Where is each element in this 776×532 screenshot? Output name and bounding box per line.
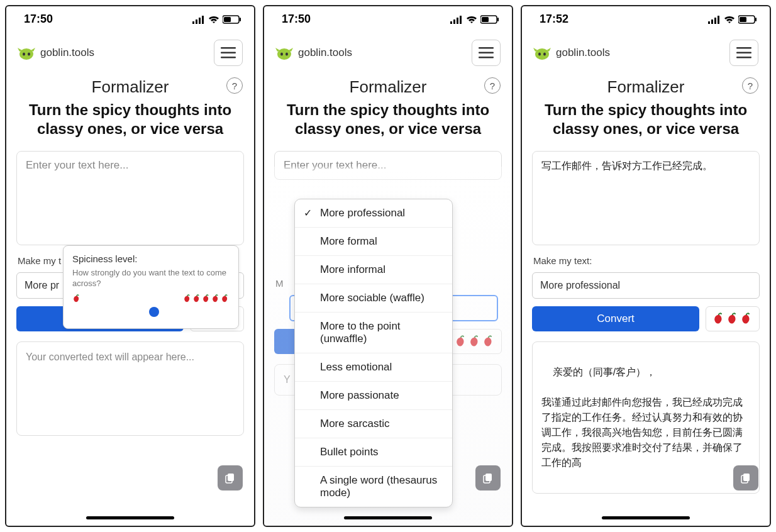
copy-icon <box>482 472 494 484</box>
svg-rect-14 <box>228 474 234 481</box>
svg-point-40 <box>543 53 546 56</box>
title-row: Formalizer ? <box>264 72 512 98</box>
output-value: 亲爱的（同事/客户）， 我谨通过此封邮件向您报告，我已经成功完成了指定的工作任务… <box>541 367 743 468</box>
svg-rect-22 <box>497 18 499 21</box>
status-indicators <box>708 15 757 24</box>
brand[interactable]: goblin.tools <box>275 45 352 60</box>
copy-icon <box>740 472 751 484</box>
goblin-logo-icon <box>275 45 293 60</box>
wifi-icon <box>208 15 219 24</box>
hamburger-icon <box>736 47 751 58</box>
dropdown-option-more-professional[interactable]: ✓More professional <box>295 199 452 228</box>
menu-button[interactable] <box>472 40 501 66</box>
svg-rect-12 <box>221 52 236 54</box>
style-select[interactable]: More professional <box>532 272 760 299</box>
copy-button[interactable] <box>733 465 758 490</box>
dropdown-option-less-emotional[interactable]: Less emotional <box>295 353 452 382</box>
svg-point-39 <box>538 53 541 56</box>
slider-thumb[interactable] <box>149 307 159 317</box>
dropdown-option-more-sarcastic[interactable]: More sarcastic <box>295 410 452 438</box>
input-placeholder: Enter your text here... <box>26 159 128 171</box>
chili-icon <box>740 313 753 325</box>
svg-rect-5 <box>224 17 231 22</box>
input-textarea[interactable]: 写工作邮件，告诉对方工作已经完成。 <box>532 151 760 245</box>
status-time: 17:52 <box>540 13 568 26</box>
output-textarea: 亲爱的（同事/客户）， 我谨通过此封邮件向您报告，我已经成功完成了指定的工作任务… <box>532 341 760 494</box>
dropdown-option-more-to-the-point[interactable]: More to the point (unwaffle) <box>295 313 452 353</box>
dropdown-option-bullet-points[interactable]: Bullet points <box>295 438 452 467</box>
svg-rect-17 <box>453 19 455 24</box>
hamburger-icon <box>221 47 236 58</box>
input-textarea[interactable]: Enter your text here... <box>274 151 502 180</box>
svg-point-24 <box>280 53 283 56</box>
svg-rect-0 <box>192 21 194 24</box>
spiciness-slider[interactable] <box>72 307 230 318</box>
brand-row: goblin.tools <box>6 28 254 72</box>
chili-icon <box>482 335 495 348</box>
wifi-icon <box>724 15 735 24</box>
wifi-icon <box>466 15 477 24</box>
svg-rect-31 <box>708 21 710 24</box>
page-title: Formalizer <box>350 77 427 97</box>
help-button[interactable]: ? <box>226 77 243 94</box>
home-indicator[interactable] <box>86 516 174 519</box>
spiciness-indicator[interactable] <box>448 329 502 354</box>
copy-button[interactable] <box>475 465 501 490</box>
title-row: Formalizer ? <box>522 72 770 98</box>
svg-rect-33 <box>714 18 716 24</box>
copy-icon <box>224 472 236 484</box>
brand[interactable]: goblin.tools <box>18 45 94 60</box>
help-button[interactable]: ? <box>742 77 758 94</box>
brand-row: goblin.tools <box>522 28 770 72</box>
spiciness-indicator[interactable] <box>706 306 760 331</box>
svg-rect-26 <box>479 47 494 49</box>
svg-rect-2 <box>199 18 201 24</box>
brand-name: goblin.tools <box>556 47 610 59</box>
status-bar: 17:50 <box>264 6 512 28</box>
battery-icon <box>738 15 757 24</box>
check-icon: ✓ <box>304 207 312 219</box>
input-placeholder: Enter your text here... <box>284 159 386 171</box>
output-placeholder: Your converted text will appear here... <box>26 352 194 362</box>
make-label: Make my text: <box>533 255 758 266</box>
input-textarea[interactable]: Enter your text here... <box>16 151 244 245</box>
svg-rect-44 <box>743 474 750 481</box>
copy-button[interactable] <box>218 465 243 490</box>
dropdown-option-more-passionate[interactable]: More passionate <box>295 382 452 410</box>
help-button[interactable]: ? <box>484 77 501 94</box>
svg-rect-1 <box>196 19 197 24</box>
dropdown-option-more-informal[interactable]: More informal <box>295 256 452 284</box>
svg-rect-3 <box>202 16 204 24</box>
svg-rect-34 <box>718 16 719 24</box>
dropdown-option-more-sociable[interactable]: More sociable (waffle) <box>295 284 452 313</box>
status-time: 17:50 <box>282 13 311 26</box>
question-icon: ? <box>748 80 753 91</box>
brand-name: goblin.tools <box>298 47 352 59</box>
phone-screen-3: 17:52 goblin.tools Formalizer ? Turn the… <box>521 5 771 527</box>
chili-icon <box>726 313 739 325</box>
output-placeholder: Y <box>284 374 291 385</box>
convert-row: Convert <box>532 306 760 331</box>
status-bar: 17:52 <box>522 6 770 28</box>
svg-rect-36 <box>740 17 746 22</box>
brand[interactable]: goblin.tools <box>533 45 610 60</box>
svg-point-25 <box>285 53 288 56</box>
dropdown-option-more-formal[interactable]: More formal <box>295 228 452 256</box>
brand-name: goblin.tools <box>40 47 94 59</box>
output-textarea: Your converted text will appear here... <box>16 341 244 436</box>
dropdown-option-single-word[interactable]: A single word (thesaurus mode) <box>295 467 452 507</box>
svg-rect-27 <box>479 52 494 54</box>
home-indicator[interactable] <box>602 516 690 519</box>
svg-point-9 <box>23 53 25 56</box>
spiciness-tooltip: Spiciness level: How strongly do you wan… <box>63 245 239 329</box>
home-indicator[interactable] <box>344 516 432 519</box>
svg-rect-32 <box>711 19 713 24</box>
svg-rect-41 <box>736 47 751 49</box>
phone-screen-2: 17:50 goblin.tools Formalizer ? Turn the… <box>263 5 513 527</box>
menu-button[interactable] <box>214 40 243 66</box>
menu-button[interactable] <box>729 40 758 66</box>
goblin-logo-icon <box>18 45 35 60</box>
style-select-value: More professional <box>540 280 620 291</box>
phone-screen-1: 17:50 47 goblin.tools Formalizer ? Turn … <box>5 5 255 527</box>
convert-button[interactable]: Convert <box>532 306 699 331</box>
